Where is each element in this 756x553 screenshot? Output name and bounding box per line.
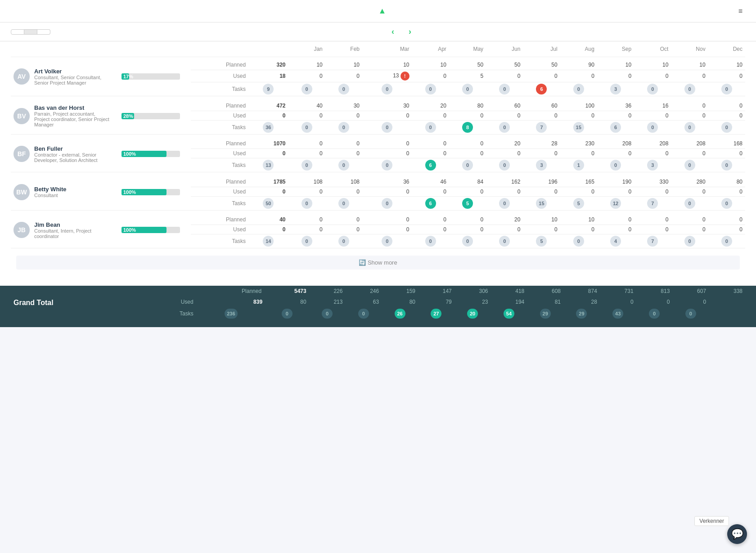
gt-badge: 20 <box>467 309 478 319</box>
resource-info: JB Jim Bean Consultant, Intern, Project … <box>14 221 116 239</box>
num-cell: 0 <box>412 149 449 158</box>
num-cell: 0 <box>248 149 288 158</box>
num-cell: 0 <box>486 70 523 82</box>
num-cell: 10 <box>362 57 412 70</box>
task-badge-cell: 0 <box>708 234 745 248</box>
num-cell: 0 <box>634 70 671 82</box>
num-cell: 100 <box>560 98 597 111</box>
avatar: BW <box>14 184 30 200</box>
task-badge-cell: 15 <box>523 196 560 210</box>
task-badge-cell: 3 <box>523 158 560 172</box>
task-badge-cell: 0 <box>362 196 412 210</box>
num-cell: 0 <box>449 149 486 158</box>
gt-used-cell: 213 <box>309 297 346 307</box>
show-more-button[interactable]: 🔄 Show more <box>16 256 740 270</box>
resource-row: BF Ben Fuller Contractor - external, Sen… <box>11 136 745 149</box>
num-cell: 0 <box>362 212 412 225</box>
task-badge-cell: 0 <box>486 196 523 210</box>
num-cell: 0 <box>671 225 708 234</box>
num-cell: 330 <box>634 174 671 187</box>
task-badge-cell: 6 <box>412 158 449 172</box>
planned-label: Planned <box>191 136 248 149</box>
num-cell: 208 <box>634 136 671 149</box>
planned-label: Planned <box>191 174 248 187</box>
gt-badge: 54 <box>504 309 514 319</box>
num-cell: 60 <box>486 98 523 111</box>
capacity-label: 28% <box>123 113 133 119</box>
col-dec: Dec <box>708 41 745 57</box>
task-total-badge: 36 <box>248 120 288 134</box>
prev-year-arrow[interactable]: ‹ <box>392 27 394 36</box>
num-cell: 0 <box>486 187 523 196</box>
num-cell: 0 <box>248 111 288 120</box>
capacity-label: 100% <box>123 151 136 157</box>
hours-button[interactable] <box>24 29 37 35</box>
col-nov: Nov <box>671 41 708 57</box>
num-cell: 0 <box>597 149 634 158</box>
num-cell: 10 <box>708 57 745 70</box>
gt-used-cell: 80 <box>265 297 309 307</box>
num-cell: 0 <box>708 70 745 82</box>
task-badge-cell: 15 <box>560 120 597 134</box>
num-cell: 46 <box>412 174 449 187</box>
gt-planned-cell: 874 <box>563 286 600 297</box>
gt-used-cell: 80 <box>382 297 418 307</box>
capacity-bar-bg: 100% <box>122 189 180 195</box>
num-cell: 18 <box>248 70 288 82</box>
gt-planned-cell: 159 <box>382 286 418 297</box>
num-cell: 0 <box>560 111 597 120</box>
gt-task-cell: 0 <box>345 307 382 320</box>
num-cell: 20 <box>412 98 449 111</box>
used-label: Used <box>191 111 248 120</box>
gt-task-cell: 0 <box>672 307 709 320</box>
task-total-badge: 14 <box>248 234 288 248</box>
gt-used-cell: 0 <box>600 297 636 307</box>
resource-row: AV Art Volker Consultant, Senior Consult… <box>11 57 745 70</box>
gt-task-total: 236 <box>197 307 265 320</box>
num-cell: 162 <box>486 174 523 187</box>
task-badge-cell: 1 <box>560 158 597 172</box>
capacity-bar-cell: 100% <box>119 136 191 172</box>
task-badge-cell: 0 <box>412 82 449 96</box>
num-cell: 0 <box>325 212 362 225</box>
next-year-arrow[interactable]: › <box>409 27 411 36</box>
col-jan: Jan <box>288 41 325 57</box>
capacity-bar-bg: 17% <box>122 73 180 80</box>
task-badge-cell: 0 <box>486 234 523 248</box>
capacity-bar-bg: 100% <box>122 151 180 157</box>
num-cell: 84 <box>449 174 486 187</box>
filters-button[interactable]: ≡ <box>738 7 745 15</box>
resource-info-cell: AV Art Volker Consultant, Senior Consult… <box>11 57 119 96</box>
resource-roles: Consultant <box>34 193 67 198</box>
num-cell: 0 <box>523 111 560 120</box>
num-cell: 0 <box>634 212 671 225</box>
num-cell: 0 <box>708 187 745 196</box>
task-badge-cell: 0 <box>671 120 708 134</box>
gt-used-cell: 0 <box>636 297 673 307</box>
task-badge-cell: 0 <box>362 120 412 134</box>
task-badge-cell: 0 <box>449 234 486 248</box>
num-cell: 208 <box>597 136 634 149</box>
task-badge-cell: 0 <box>634 120 671 134</box>
task-badge-cell: 0 <box>325 120 362 134</box>
num-cell: 0 <box>597 212 634 225</box>
gt-badge: 0 <box>322 309 333 319</box>
amount-button[interactable] <box>11 29 24 35</box>
gt-badge-total: 236 <box>225 309 237 319</box>
gt-badge: 0 <box>282 309 292 319</box>
resource-details: Bas van der Horst Parrain, Project accou… <box>34 104 111 127</box>
resource-name: Bas van der Horst <box>34 104 111 111</box>
num-cell: 0 <box>634 111 671 120</box>
num-cell: 0 <box>288 187 325 196</box>
tasks-button[interactable] <box>37 29 50 35</box>
num-cell: 0 <box>523 225 560 234</box>
stats-section: ▲ <box>360 6 389 16</box>
num-cell: 230 <box>560 136 597 149</box>
task-badge-cell: 3 <box>597 82 634 96</box>
task-badge-cell: 6 <box>523 82 560 96</box>
num-cell: 36 <box>362 174 412 187</box>
grand-total-section: Grand Total Planned 5473 226246159147306… <box>0 286 756 327</box>
num-cell: 0 <box>597 70 634 82</box>
num-cell: 0 <box>560 187 597 196</box>
task-total-badge: 13 <box>248 158 288 172</box>
